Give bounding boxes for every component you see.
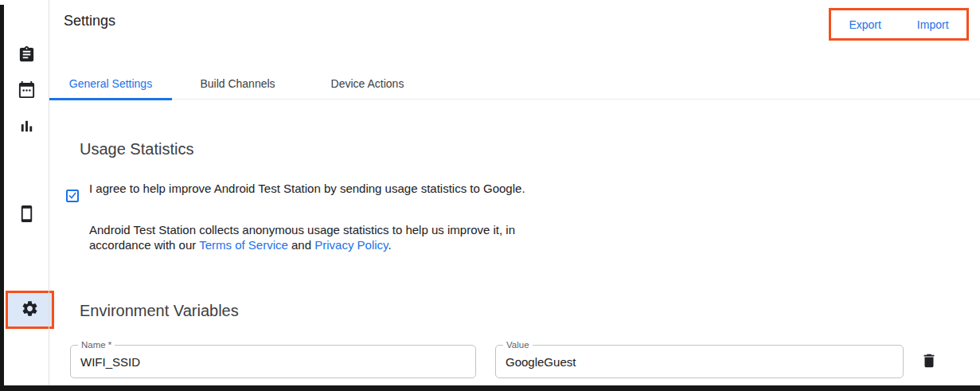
- usage-statistics-checkbox[interactable]: [66, 190, 79, 202]
- export-button[interactable]: Export: [844, 15, 885, 34]
- checkmark-icon: [68, 189, 77, 203]
- screenshot-border-bottom: [0, 385, 980, 391]
- gear-icon: [21, 299, 39, 321]
- usage-statistics-heading: Usage Statistics: [80, 140, 193, 158]
- sidebar-divider: [49, 0, 49, 385]
- settings-page: Settings Export Import General Settings …: [0, 0, 980, 391]
- tab-build-channels[interactable]: Build Channels: [172, 68, 303, 100]
- terms-of-service-link[interactable]: Terms of Service: [199, 238, 288, 252]
- trash-icon: [920, 352, 938, 372]
- import-button[interactable]: Import: [912, 15, 954, 34]
- smartphone-icon: [18, 205, 36, 226]
- sidebar-item-test-plans[interactable]: [4, 77, 49, 104]
- screenshot-border-left: [0, 5, 4, 391]
- clipboard-icon: [18, 45, 36, 67]
- env-var-value-field: Value: [495, 345, 904, 378]
- usage-agree-text: I agree to help improve Android Test Sta…: [89, 179, 525, 197]
- settings-tab-bar: General Settings Build Channels Device A…: [49, 68, 980, 100]
- sidebar-item-devices[interactable]: [4, 201, 49, 229]
- sidebar-item-test-suites[interactable]: [4, 42, 49, 69]
- privacy-policy-link[interactable]: Privacy Policy: [314, 238, 388, 252]
- usage-description-text: Android Test Station collects anonymous …: [89, 222, 567, 252]
- tab-device-actions[interactable]: Device Actions: [303, 68, 431, 100]
- calendar-icon: [18, 80, 36, 102]
- environment-variables-heading: Environment Variables: [80, 302, 239, 320]
- sidebar-item-test-results[interactable]: [4, 114, 49, 141]
- delete-env-var-button[interactable]: [918, 350, 940, 373]
- bar-chart-icon: [18, 117, 36, 139]
- sidebar-item-settings[interactable]: [6, 291, 54, 329]
- sidebar: [4, 0, 49, 385]
- export-import-annotation-box: Export Import: [829, 8, 969, 41]
- page-title: Settings: [64, 13, 115, 29]
- env-var-value-input[interactable]: [496, 346, 903, 377]
- env-var-name-field: Name *: [70, 345, 476, 378]
- tab-general-settings[interactable]: General Settings: [49, 68, 172, 100]
- env-var-name-input[interactable]: [71, 346, 475, 377]
